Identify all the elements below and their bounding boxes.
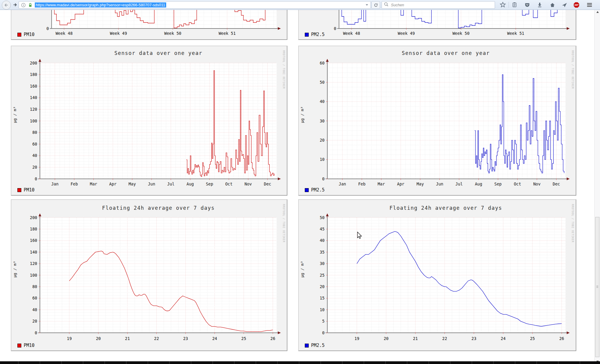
svg-text:26: 26 (270, 336, 275, 341)
page-info-icon[interactable] (21, 3, 26, 8)
chart-pm25-year: JanFebMarAprMayJunJulAugSepOctNovDec0102… (298, 46, 576, 196)
svg-text:Nov: Nov (533, 182, 540, 186)
scrollbar-grip (596, 286, 598, 288)
browser-toolbar: https://www.madavi.de/sensor/graph.php?s… (0, 0, 600, 10)
svg-text:19: 19 (67, 336, 72, 341)
reload-icon (374, 3, 378, 8)
svg-text:Week 49: Week 49 (110, 31, 127, 36)
search-icon (384, 2, 388, 8)
svg-text:26: 26 (559, 336, 564, 341)
svg-text:23: 23 (183, 336, 188, 341)
forward-button[interactable] (11, 1, 19, 9)
lock-icon[interactable] (28, 3, 33, 8)
svg-text:Feb: Feb (358, 182, 365, 186)
svg-text:22: 22 (154, 336, 159, 341)
chart-pm10-7days: 1920212223242526020406080100120140160180… (11, 199, 287, 351)
legend: PM10 (17, 343, 34, 348)
reading-list-icon[interactable] (510, 1, 519, 9)
menu-icon[interactable] (585, 1, 594, 9)
rrdtool-watermark: RRDTOOL / TOBI OETIKER (282, 204, 285, 242)
chart-title: Sensor data over one year (338, 50, 554, 56)
svg-text:0: 0 (35, 176, 37, 181)
svg-text:Jan: Jan (339, 182, 346, 186)
svg-text:Dec: Dec (264, 182, 271, 186)
home-icon[interactable] (548, 1, 557, 9)
svg-text:24: 24 (212, 336, 217, 341)
y-axis-unit: µg / m³ (13, 46, 17, 183)
svg-text:30: 30 (320, 261, 325, 266)
svg-text:5: 5 (322, 319, 325, 323)
adblock-plus-icon[interactable]: ABP (572, 1, 581, 9)
chart-canvas: 192021222324252605101520253035404550 (299, 200, 576, 350)
search-box (382, 1, 495, 9)
svg-text:0: 0 (334, 26, 336, 31)
svg-text:Mar: Mar (90, 182, 97, 186)
bookmark-star-icon[interactable] (498, 1, 507, 9)
svg-text:20: 20 (32, 165, 37, 170)
forward-arrow-icon (12, 2, 18, 8)
svg-text:0: 0 (322, 176, 325, 181)
svg-text:20: 20 (384, 336, 388, 341)
svg-text:Week 49: Week 49 (398, 31, 415, 36)
pocket-icon[interactable] (523, 1, 532, 9)
svg-text:40: 40 (320, 99, 325, 104)
svg-text:80: 80 (32, 130, 37, 135)
svg-text:Week 51: Week 51 (219, 31, 236, 36)
legend-swatch (305, 188, 309, 192)
svg-text:Feb: Feb (70, 182, 78, 186)
svg-text:Week 51: Week 51 (507, 31, 524, 36)
legend-swatch (17, 344, 21, 347)
download-icon[interactable] (535, 1, 544, 9)
svg-text:200: 200 (30, 61, 37, 65)
rrdtool-watermark: RRDTOOL / TOBI OETIKER (571, 50, 574, 89)
url-bar[interactable]: https://www.madavi.de/sensor/graph.php?s… (19, 1, 371, 9)
legend-label: PM2.5 (311, 187, 325, 193)
legend-label: PM10 (24, 187, 34, 193)
svg-text:0: 0 (322, 330, 325, 335)
url-text[interactable]: https://www.madavi.de/sensor/graph.php?s… (35, 2, 166, 8)
chart-title: Floating 24h average over 7 days (50, 205, 266, 211)
svg-text:Jun: Jun (148, 182, 155, 186)
svg-text:0: 0 (35, 330, 37, 335)
svg-text:60: 60 (32, 142, 37, 146)
svg-text:120: 120 (30, 261, 37, 266)
legend-swatch (17, 33, 21, 37)
svg-text:Oct: Oct (514, 182, 521, 186)
svg-text:19: 19 (354, 336, 359, 341)
chart-pm25-weeks: Week 48Week 49Week 50Week 510 PM2.5 (298, 10, 576, 40)
back-arrow-icon (3, 2, 9, 8)
search-input[interactable] (390, 2, 495, 8)
chevron-down-icon[interactable] (366, 4, 368, 6)
reload-button[interactable] (371, 1, 380, 9)
send-tab-icon[interactable] (560, 1, 569, 9)
svg-text:20: 20 (32, 319, 37, 323)
svg-text:50: 50 (320, 80, 325, 85)
svg-text:100: 100 (30, 119, 37, 123)
y-axis-unit: µg / m³ (300, 200, 304, 338)
svg-text:15: 15 (320, 296, 325, 300)
svg-text:160: 160 (30, 84, 37, 89)
rrdtool-watermark: RRDTOOL / TOBI OETIKER (571, 204, 574, 242)
svg-text:100: 100 (30, 273, 37, 278)
svg-text:May: May (128, 182, 136, 186)
svg-text:60: 60 (32, 296, 37, 300)
svg-text:35: 35 (320, 250, 325, 254)
svg-text:140: 140 (30, 95, 37, 100)
svg-text:23: 23 (472, 336, 476, 341)
scrollbar[interactable] (594, 10, 600, 364)
legend-label: PM2.5 (311, 32, 325, 37)
chart-pm10-year: JanFebMarAprMayJunJulAugSepOctNovDec0204… (11, 46, 287, 196)
svg-text:120: 120 (30, 107, 37, 112)
svg-text:Apr: Apr (109, 182, 116, 186)
svg-text:Nov: Nov (244, 182, 252, 186)
legend: PM2.5 (305, 343, 325, 348)
svg-text:Mar: Mar (378, 182, 385, 186)
back-button[interactable] (2, 1, 11, 10)
svg-text:180: 180 (30, 72, 37, 77)
scrollbar-up-button[interactable] (595, 10, 600, 14)
svg-text:160: 160 (30, 238, 37, 243)
legend: PM10 (17, 187, 34, 193)
y-axis-unit: µg / m³ (300, 46, 304, 183)
chart-canvas: Week 48Week 49Week 50Week 510 (299, 10, 576, 39)
scrollbar-thumb[interactable] (595, 217, 599, 357)
